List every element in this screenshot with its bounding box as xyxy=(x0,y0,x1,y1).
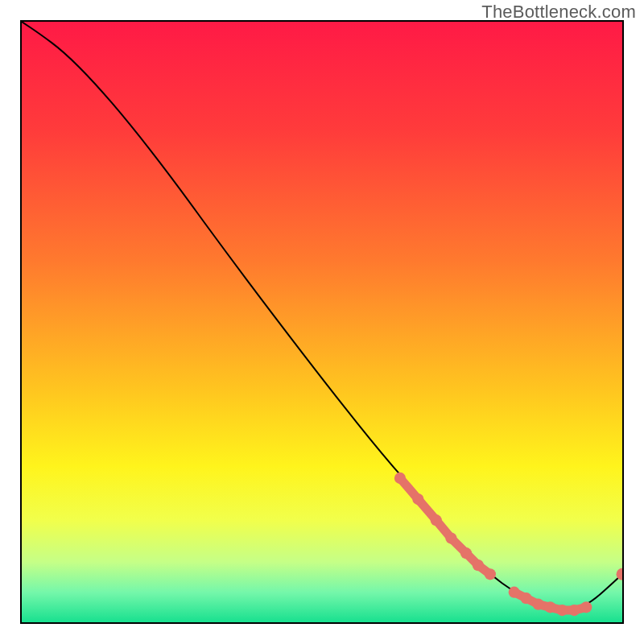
highlight-flat-segment xyxy=(509,587,592,617)
svg-point-11 xyxy=(556,605,568,616)
svg-point-8 xyxy=(521,592,532,604)
svg-point-13 xyxy=(580,601,592,613)
svg-point-3 xyxy=(445,532,456,543)
bottleneck-curve xyxy=(22,22,622,609)
chart-overlay xyxy=(22,22,622,622)
svg-point-0 xyxy=(394,473,406,484)
svg-point-2 xyxy=(431,514,442,526)
svg-point-7 xyxy=(509,587,520,598)
svg-point-4 xyxy=(460,547,472,559)
svg-point-5 xyxy=(473,559,484,571)
watermark-text: TheBottleneck.com xyxy=(481,2,636,23)
svg-point-1 xyxy=(412,493,423,505)
plot-area xyxy=(20,20,624,624)
chart-frame: TheBottleneck.com xyxy=(0,0,644,644)
svg-point-9 xyxy=(532,599,543,610)
svg-point-10 xyxy=(544,601,555,613)
svg-point-12 xyxy=(568,605,580,616)
highlight-lower-segment xyxy=(394,473,496,580)
svg-point-6 xyxy=(485,568,496,580)
